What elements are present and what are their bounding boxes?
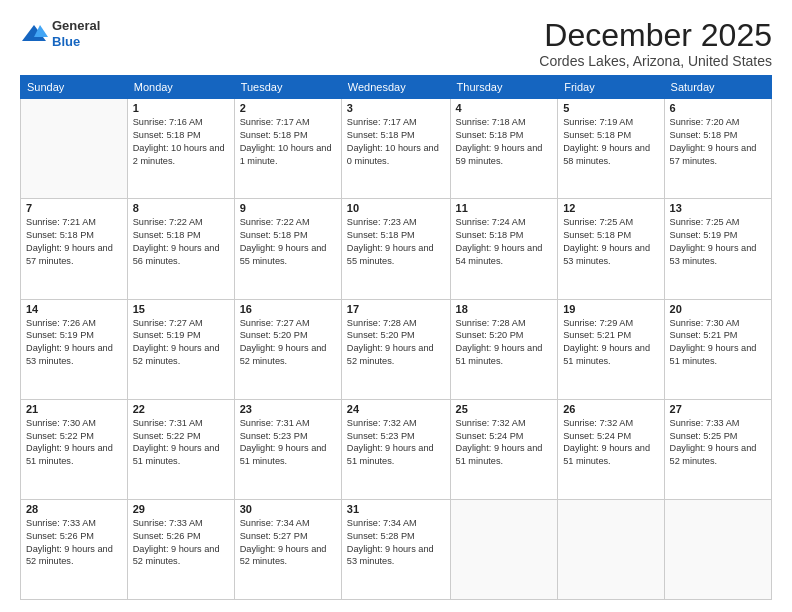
sunset-text: Sunset: 5:24 PM (563, 430, 658, 443)
day-detail: Sunrise: 7:27 AMSunset: 5:19 PMDaylight:… (133, 317, 229, 369)
day-detail: Sunrise: 7:31 AMSunset: 5:23 PMDaylight:… (240, 417, 336, 469)
col-sunday: Sunday (21, 76, 128, 99)
daylight-text: Daylight: 9 hours and 55 minutes. (347, 242, 445, 268)
sunset-text: Sunset: 5:18 PM (133, 129, 229, 142)
sunset-text: Sunset: 5:23 PM (240, 430, 336, 443)
day-detail: Sunrise: 7:32 AMSunset: 5:23 PMDaylight:… (347, 417, 445, 469)
day-detail: Sunrise: 7:26 AMSunset: 5:19 PMDaylight:… (26, 317, 122, 369)
table-row: 27Sunrise: 7:33 AMSunset: 5:25 PMDayligh… (664, 399, 771, 499)
day-detail: Sunrise: 7:30 AMSunset: 5:21 PMDaylight:… (670, 317, 766, 369)
daylight-text: Daylight: 10 hours and 2 minutes. (133, 142, 229, 168)
sunset-text: Sunset: 5:26 PM (133, 530, 229, 543)
calendar-table: Sunday Monday Tuesday Wednesday Thursday… (20, 75, 772, 600)
day-detail: Sunrise: 7:23 AMSunset: 5:18 PMDaylight:… (347, 216, 445, 268)
day-detail: Sunrise: 7:22 AMSunset: 5:18 PMDaylight:… (133, 216, 229, 268)
sunset-text: Sunset: 5:28 PM (347, 530, 445, 543)
col-wednesday: Wednesday (341, 76, 450, 99)
daylight-text: Daylight: 9 hours and 51 minutes. (240, 442, 336, 468)
table-row: 1Sunrise: 7:16 AMSunset: 5:18 PMDaylight… (127, 99, 234, 199)
day-number: 7 (26, 202, 122, 214)
sunset-text: Sunset: 5:18 PM (26, 229, 122, 242)
table-row: 10Sunrise: 7:23 AMSunset: 5:18 PMDayligh… (341, 199, 450, 299)
table-row: 14Sunrise: 7:26 AMSunset: 5:19 PMDayligh… (21, 299, 128, 399)
sunset-text: Sunset: 5:18 PM (563, 229, 658, 242)
daylight-text: Daylight: 9 hours and 57 minutes. (670, 142, 766, 168)
table-row: 15Sunrise: 7:27 AMSunset: 5:19 PMDayligh… (127, 299, 234, 399)
day-number: 8 (133, 202, 229, 214)
sunset-text: Sunset: 5:18 PM (347, 229, 445, 242)
daylight-text: Daylight: 9 hours and 58 minutes. (563, 142, 658, 168)
sunrise-text: Sunrise: 7:28 AM (456, 317, 553, 330)
col-tuesday: Tuesday (234, 76, 341, 99)
day-number: 15 (133, 303, 229, 315)
day-number: 25 (456, 403, 553, 415)
day-detail: Sunrise: 7:27 AMSunset: 5:20 PMDaylight:… (240, 317, 336, 369)
daylight-text: Daylight: 9 hours and 52 minutes. (670, 442, 766, 468)
day-detail: Sunrise: 7:21 AMSunset: 5:18 PMDaylight:… (26, 216, 122, 268)
sunrise-text: Sunrise: 7:32 AM (347, 417, 445, 430)
sunrise-text: Sunrise: 7:30 AM (670, 317, 766, 330)
daylight-text: Daylight: 10 hours and 1 minute. (240, 142, 336, 168)
table-row: 25Sunrise: 7:32 AMSunset: 5:24 PMDayligh… (450, 399, 558, 499)
sunset-text: Sunset: 5:24 PM (456, 430, 553, 443)
day-number: 23 (240, 403, 336, 415)
daylight-text: Daylight: 9 hours and 51 minutes. (670, 342, 766, 368)
table-row (21, 99, 128, 199)
table-row: 31Sunrise: 7:34 AMSunset: 5:28 PMDayligh… (341, 499, 450, 599)
day-number: 18 (456, 303, 553, 315)
table-row: 21Sunrise: 7:30 AMSunset: 5:22 PMDayligh… (21, 399, 128, 499)
day-detail: Sunrise: 7:16 AMSunset: 5:18 PMDaylight:… (133, 116, 229, 168)
day-detail: Sunrise: 7:33 AMSunset: 5:26 PMDaylight:… (133, 517, 229, 569)
day-number: 2 (240, 102, 336, 114)
day-detail: Sunrise: 7:33 AMSunset: 5:25 PMDaylight:… (670, 417, 766, 469)
col-friday: Friday (558, 76, 664, 99)
daylight-text: Daylight: 9 hours and 51 minutes. (456, 442, 553, 468)
day-detail: Sunrise: 7:34 AMSunset: 5:27 PMDaylight:… (240, 517, 336, 569)
day-detail: Sunrise: 7:22 AMSunset: 5:18 PMDaylight:… (240, 216, 336, 268)
sunrise-text: Sunrise: 7:29 AM (563, 317, 658, 330)
table-row: 20Sunrise: 7:30 AMSunset: 5:21 PMDayligh… (664, 299, 771, 399)
sunrise-text: Sunrise: 7:17 AM (347, 116, 445, 129)
sunset-text: Sunset: 5:20 PM (347, 329, 445, 342)
day-number: 13 (670, 202, 766, 214)
day-detail: Sunrise: 7:17 AMSunset: 5:18 PMDaylight:… (240, 116, 336, 168)
day-detail: Sunrise: 7:20 AMSunset: 5:18 PMDaylight:… (670, 116, 766, 168)
table-row: 24Sunrise: 7:32 AMSunset: 5:23 PMDayligh… (341, 399, 450, 499)
table-row: 7Sunrise: 7:21 AMSunset: 5:18 PMDaylight… (21, 199, 128, 299)
sunset-text: Sunset: 5:18 PM (563, 129, 658, 142)
calendar-week-row: 14Sunrise: 7:26 AMSunset: 5:19 PMDayligh… (21, 299, 772, 399)
daylight-text: Daylight: 9 hours and 53 minutes. (670, 242, 766, 268)
sunrise-text: Sunrise: 7:32 AM (456, 417, 553, 430)
daylight-text: Daylight: 9 hours and 51 minutes. (26, 442, 122, 468)
month-title: December 2025 (539, 18, 772, 53)
day-number: 28 (26, 503, 122, 515)
sunset-text: Sunset: 5:19 PM (670, 229, 766, 242)
daylight-text: Daylight: 9 hours and 56 minutes. (133, 242, 229, 268)
sunset-text: Sunset: 5:27 PM (240, 530, 336, 543)
calendar-week-row: 7Sunrise: 7:21 AMSunset: 5:18 PMDaylight… (21, 199, 772, 299)
day-detail: Sunrise: 7:17 AMSunset: 5:18 PMDaylight:… (347, 116, 445, 168)
sunrise-text: Sunrise: 7:31 AM (133, 417, 229, 430)
day-number: 12 (563, 202, 658, 214)
day-detail: Sunrise: 7:28 AMSunset: 5:20 PMDaylight:… (347, 317, 445, 369)
calendar-week-row: 28Sunrise: 7:33 AMSunset: 5:26 PMDayligh… (21, 499, 772, 599)
sunrise-text: Sunrise: 7:33 AM (26, 517, 122, 530)
day-number: 20 (670, 303, 766, 315)
day-number: 22 (133, 403, 229, 415)
table-row (664, 499, 771, 599)
sunrise-text: Sunrise: 7:25 AM (563, 216, 658, 229)
day-number: 10 (347, 202, 445, 214)
day-detail: Sunrise: 7:25 AMSunset: 5:18 PMDaylight:… (563, 216, 658, 268)
day-detail: Sunrise: 7:25 AMSunset: 5:19 PMDaylight:… (670, 216, 766, 268)
sunrise-text: Sunrise: 7:33 AM (670, 417, 766, 430)
sunset-text: Sunset: 5:20 PM (240, 329, 336, 342)
sunrise-text: Sunrise: 7:22 AM (133, 216, 229, 229)
table-row: 28Sunrise: 7:33 AMSunset: 5:26 PMDayligh… (21, 499, 128, 599)
title-block: December 2025 Cordes Lakes, Arizona, Uni… (539, 18, 772, 69)
day-number: 26 (563, 403, 658, 415)
day-detail: Sunrise: 7:28 AMSunset: 5:20 PMDaylight:… (456, 317, 553, 369)
daylight-text: Daylight: 9 hours and 53 minutes. (563, 242, 658, 268)
day-number: 5 (563, 102, 658, 114)
table-row: 26Sunrise: 7:32 AMSunset: 5:24 PMDayligh… (558, 399, 664, 499)
sunset-text: Sunset: 5:19 PM (26, 329, 122, 342)
